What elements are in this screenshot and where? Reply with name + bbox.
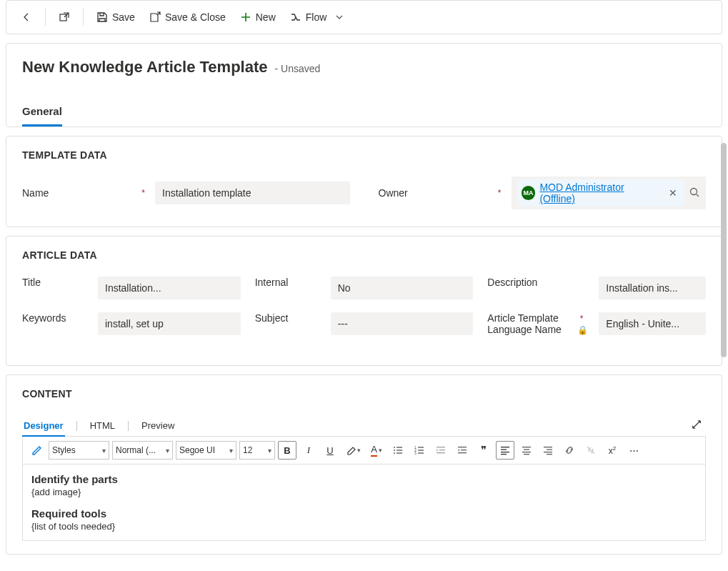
paragraph-format-select[interactable]: Normal (...▾ xyxy=(112,441,173,460)
svg-rect-17 xyxy=(458,447,467,447)
keywords-label: Keywords xyxy=(22,312,94,324)
font-color-button[interactable]: A▾ xyxy=(367,441,386,460)
editor-canvas[interactable]: Identify the parts {add image} Required … xyxy=(22,465,706,541)
content-paragraph: {add image} xyxy=(31,487,697,497)
popout-icon xyxy=(59,11,70,23)
description-label: Description xyxy=(487,277,594,288)
page-title: New Knowledge Article Template xyxy=(22,58,268,76)
internal-select[interactable]: No xyxy=(331,277,474,299)
section-title-template-data: TEMPLATE DATA xyxy=(22,149,706,161)
paintbrush-icon xyxy=(31,445,42,456)
blockquote-button[interactable]: ❞ xyxy=(474,441,493,460)
save-label: Save xyxy=(112,11,135,23)
subject-lookup[interactable]: --- xyxy=(331,312,474,335)
bold-button[interactable]: B xyxy=(278,441,296,460)
save-status: - Unsaved xyxy=(275,63,321,74)
scrollbar[interactable] xyxy=(721,143,727,357)
svg-rect-3 xyxy=(397,447,402,447)
subject-label: Subject xyxy=(255,312,326,324)
ellipsis-icon: ⋯ xyxy=(629,445,639,456)
editor-tab-html[interactable]: HTML xyxy=(89,416,116,437)
open-new-window-button[interactable] xyxy=(53,6,76,29)
svg-rect-24 xyxy=(522,447,531,447)
separator xyxy=(76,421,77,431)
superscript-button[interactable]: x2 xyxy=(603,441,622,460)
align-right-button[interactable] xyxy=(539,441,557,460)
language-label: Article Template Language Name * 🔒 xyxy=(487,312,594,335)
unlink-button[interactable] xyxy=(582,441,600,460)
owner-lookup[interactable]: MA MOD Administrator (Offline) ✕ xyxy=(512,177,707,209)
back-button[interactable] xyxy=(15,6,38,29)
svg-point-6 xyxy=(394,452,395,454)
chevron-down-icon xyxy=(334,11,345,23)
svg-point-4 xyxy=(394,450,395,451)
svg-rect-5 xyxy=(397,450,402,450)
save-button[interactable]: Save xyxy=(91,6,141,29)
more-button[interactable]: ⋯ xyxy=(624,441,643,460)
avatar: MA xyxy=(522,186,536,200)
name-label: Name * xyxy=(22,187,151,199)
align-right-icon xyxy=(542,445,554,456)
font-size-select[interactable]: 12▾ xyxy=(239,441,275,460)
numbered-list-icon: 123 xyxy=(414,445,425,456)
content-paragraph: {list of tools needed} xyxy=(31,521,697,532)
svg-rect-11 xyxy=(418,450,424,450)
article-data-section: ARTICLE DATA Title Internal No Descripti… xyxy=(6,236,722,366)
underline-button[interactable]: U xyxy=(321,441,339,460)
chevron-down-icon: ▾ xyxy=(268,447,271,455)
form-tabs: General xyxy=(22,98,706,126)
font-family-select[interactable]: Segoe UI▾ xyxy=(176,441,236,460)
new-button[interactable]: New xyxy=(234,6,281,29)
svg-rect-29 xyxy=(547,450,552,450)
template-data-section: TEMPLATE DATA Name * Owner * MA MOD Admi… xyxy=(6,136,722,227)
svg-rect-22 xyxy=(501,452,509,452)
svg-point-2 xyxy=(394,447,395,448)
title-input[interactable] xyxy=(98,277,241,299)
svg-rect-19 xyxy=(458,452,467,453)
required-indicator: * xyxy=(141,188,145,198)
new-label: New xyxy=(256,11,276,23)
editor-tab-preview[interactable]: Preview xyxy=(140,416,176,437)
content-heading: Required tools xyxy=(31,507,697,520)
editor-tab-designer[interactable]: Designer xyxy=(22,416,65,437)
highlight-color-button[interactable]: ▾ xyxy=(342,441,364,460)
link-button[interactable] xyxy=(560,441,579,460)
highlighter-icon xyxy=(346,445,357,456)
language-select[interactable]: English - Unite... xyxy=(599,312,706,335)
indent-icon xyxy=(457,445,468,456)
tab-general[interactable]: General xyxy=(22,98,62,126)
record-header: New Knowledge Article Template - Unsaved… xyxy=(6,43,722,127)
align-center-button[interactable] xyxy=(517,441,536,460)
owner-label: Owner * xyxy=(379,187,507,199)
svg-rect-20 xyxy=(501,447,509,447)
italic-button[interactable]: I xyxy=(299,441,318,460)
chevron-down-icon: ▾ xyxy=(229,447,233,455)
bullet-list-button[interactable] xyxy=(389,441,407,460)
svg-rect-26 xyxy=(522,452,531,452)
flow-label: Flow xyxy=(306,11,327,23)
align-left-button[interactable] xyxy=(496,441,514,460)
numbered-list-button[interactable]: 123 xyxy=(410,441,429,460)
svg-rect-31 xyxy=(547,454,552,455)
owner-chip[interactable]: MA MOD Administrator (Offline) ✕ xyxy=(517,179,685,207)
svg-rect-15 xyxy=(439,450,445,450)
internal-label: Internal xyxy=(255,277,326,288)
styles-select[interactable]: Styles▾ xyxy=(49,441,109,460)
save-close-label: Save & Close xyxy=(165,11,226,23)
keywords-input[interactable] xyxy=(98,312,241,335)
name-input[interactable] xyxy=(155,182,350,204)
expand-editor-button[interactable] xyxy=(687,415,706,436)
outdent-button[interactable] xyxy=(432,441,450,460)
flow-button[interactable]: Flow xyxy=(284,6,351,29)
section-title-content: CONTENT xyxy=(22,388,706,399)
indent-button[interactable] xyxy=(453,441,472,460)
remove-owner-icon[interactable]: ✕ xyxy=(666,187,680,199)
svg-rect-7 xyxy=(397,452,402,453)
search-icon[interactable] xyxy=(689,187,700,200)
save-close-button[interactable]: Save & Close xyxy=(144,6,231,29)
owner-link[interactable]: MOD Administrator (Offline) xyxy=(539,182,662,204)
format-painter-button[interactable] xyxy=(27,441,46,460)
svg-rect-9 xyxy=(418,447,424,447)
svg-rect-30 xyxy=(544,452,552,452)
description-input[interactable] xyxy=(599,277,706,299)
